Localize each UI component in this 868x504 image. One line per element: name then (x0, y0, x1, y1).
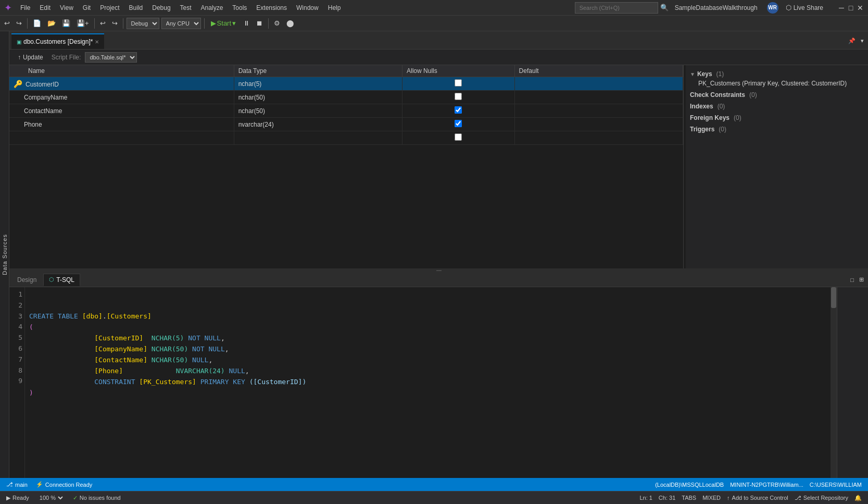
connection-status-item[interactable]: ⚡ Connection Ready (34, 481, 95, 488)
toolbar-breakpoints-btn[interactable]: ⬤ (284, 17, 296, 30)
tab-list-btn[interactable]: ▾ (859, 34, 866, 47)
update-button[interactable]: ↑ Update (14, 53, 47, 62)
tsql-scrollbar[interactable] (831, 287, 837, 478)
minimize-button[interactable]: ─ (838, 4, 845, 11)
toolbar-save-all-btn[interactable]: 💾+ (74, 17, 91, 30)
toolbar-stop-btn[interactable]: ⏹ (254, 17, 265, 30)
zoom-item[interactable]: 100 % (35, 494, 67, 501)
tab-pin-btn[interactable]: 📌 (846, 34, 858, 47)
maximize-button[interactable]: □ (847, 4, 854, 11)
menu-item-debug[interactable]: Debug (148, 3, 174, 13)
cell-nulls[interactable] (402, 118, 515, 131)
mixed-item[interactable]: MIXED (700, 495, 723, 501)
cell-nulls[interactable] (402, 91, 515, 104)
menu-item-build[interactable]: Build (125, 3, 147, 13)
select-repo-item[interactable]: ⎇ Select Repository (792, 495, 850, 501)
table-body: 🔑CustomerIDnchar(5)CompanyNamenchar(50)C… (9, 77, 683, 145)
platform-select[interactable]: Any CPU (161, 18, 201, 29)
data-sources-sidebar[interactable]: Data Sources (0, 31, 9, 478)
toolbar-save-btn[interactable]: 💾 (60, 17, 72, 30)
line-number: 2 (14, 300, 22, 311)
source-control-label: Add to Source Control (732, 495, 788, 501)
menu-item-project[interactable]: Project (96, 3, 123, 13)
search-icon: 🔍 (660, 4, 669, 11)
indexes-count: (0) (718, 103, 725, 110)
toolbar-redo-btn[interactable]: ↪ (110, 17, 120, 30)
code-token: [Phone] (29, 367, 152, 375)
foreign-keys-header[interactable]: Foreign Keys (0) (690, 113, 864, 122)
menu-item-test[interactable]: Test (176, 3, 196, 13)
start-button[interactable]: ▶ Start ▾ (208, 17, 239, 30)
tsql-tab-btn-1[interactable]: □ (848, 274, 856, 286)
toolbar-new-btn[interactable]: 📄 (31, 17, 43, 30)
triggers-header[interactable]: Triggers (0) (690, 125, 864, 134)
menu-item-extensions[interactable]: Extensions (252, 3, 291, 13)
tsql-tab-btn-2[interactable]: ⊞ (857, 274, 866, 286)
liveshare-button[interactable]: ⬡ Live Share (782, 2, 827, 14)
toolbar-misc-btn[interactable]: ⚙ (272, 17, 282, 30)
table-row[interactable]: CompanyNamenchar(50) (9, 91, 683, 104)
db-item[interactable]: (LocalDB)\MSSQLLocalDB (653, 482, 726, 488)
toolbar-forward-btn[interactable]: ↪ (14, 17, 24, 30)
null-checkbox[interactable] (455, 79, 462, 87)
source-control-item[interactable]: ↑ Add to Source Control (725, 495, 790, 501)
toolbar-back-btn[interactable]: ↩ (2, 17, 12, 30)
cell-nulls[interactable] (402, 104, 515, 118)
keys-header[interactable]: ▼ Keys (1) (690, 69, 864, 79)
keys-count: (1) (716, 70, 724, 78)
menu-item-tools[interactable]: Tools (228, 3, 251, 13)
tabs-item[interactable]: TABS (680, 495, 698, 501)
cell-nulls[interactable] (402, 77, 515, 91)
code-token: [ContactName] (29, 356, 152, 364)
server-item[interactable]: MININT-N2PGTRB\William... (728, 482, 806, 488)
null-checkbox[interactable] (455, 93, 462, 100)
issues-item[interactable]: ✓ No issues found (71, 495, 123, 501)
toolbar-undo-btn[interactable]: ↩ (98, 17, 108, 30)
menu-item-analyze[interactable]: Analyze (197, 3, 228, 13)
debug-config-select[interactable]: Debug (127, 18, 159, 29)
indexes-header[interactable]: Indexes (0) (690, 102, 864, 111)
ch-item[interactable]: Ch: 31 (657, 495, 677, 501)
cell-name: ContactName (9, 104, 234, 118)
script-file-select[interactable]: dbo.Table.sql* (85, 52, 137, 63)
null-checkbox[interactable] (455, 120, 462, 127)
menu-item-git[interactable]: Git (79, 3, 95, 13)
code-content[interactable]: CREATE TABLE [dbo].[Customers]( [Custome… (25, 287, 831, 478)
table-design-area: Name Data Type Allow Nulls Default 🔑Cust… (9, 65, 868, 268)
menu-item-edit[interactable]: Edit (35, 3, 55, 13)
zoom-select[interactable]: 100 % (37, 494, 65, 501)
tsql-tab-tsql[interactable]: ⬡ T-SQL (43, 274, 80, 286)
table-row[interactable]: ContactNamenchar(50) (9, 104, 683, 118)
close-button[interactable]: ✕ (857, 4, 864, 11)
tsql-tab-design[interactable]: Design (11, 274, 42, 286)
ready-icon: ▶ (6, 495, 10, 501)
ln-item[interactable]: Ln: 1 (637, 495, 654, 501)
null-checkbox[interactable] (455, 106, 462, 114)
foreign-keys-label: Foreign Keys (690, 114, 729, 121)
table-row[interactable]: Phonenvarchar(24) (9, 118, 683, 131)
cell-name: 🔑CustomerID (9, 77, 234, 91)
toolbar-pause-btn[interactable]: ⏸ (241, 17, 252, 30)
menu-item-help[interactable]: Help (324, 3, 345, 13)
tsql-tab-label: T-SQL (56, 276, 74, 284)
git-status-item[interactable]: ⎇ main (4, 481, 30, 488)
code-token: , (245, 367, 249, 375)
path-item[interactable]: C:\USERS\WILLIAM (808, 482, 864, 488)
empty-null-checkbox[interactable] (455, 133, 462, 141)
vertical-resizer[interactable] (9, 268, 868, 273)
notification-item[interactable]: 🔔 (852, 495, 864, 501)
check-constraints-header[interactable]: Check Constraints (0) (690, 90, 864, 100)
menu-item-view[interactable]: View (56, 3, 78, 13)
indexes-section: Indexes (0) (690, 102, 864, 111)
tab-design[interactable]: ▣ dbo.Customers [Design]* ✕ (11, 33, 104, 49)
menu-item-window[interactable]: Window (292, 3, 323, 13)
menu-item-file[interactable]: File (16, 3, 34, 13)
title-bar: ✦ FileEditViewGitProjectBuildDebugTestAn… (0, 0, 868, 16)
search-input[interactable] (575, 2, 658, 14)
table-row[interactable]: 🔑CustomerIDnchar(5) (9, 77, 683, 91)
triggers-label: Triggers (690, 126, 714, 133)
toolbar-open-btn[interactable]: 📂 (45, 17, 58, 30)
code-token: [Customers] (107, 312, 152, 320)
code-token: . (103, 312, 107, 320)
tab-close-icon[interactable]: ✕ (95, 39, 99, 45)
